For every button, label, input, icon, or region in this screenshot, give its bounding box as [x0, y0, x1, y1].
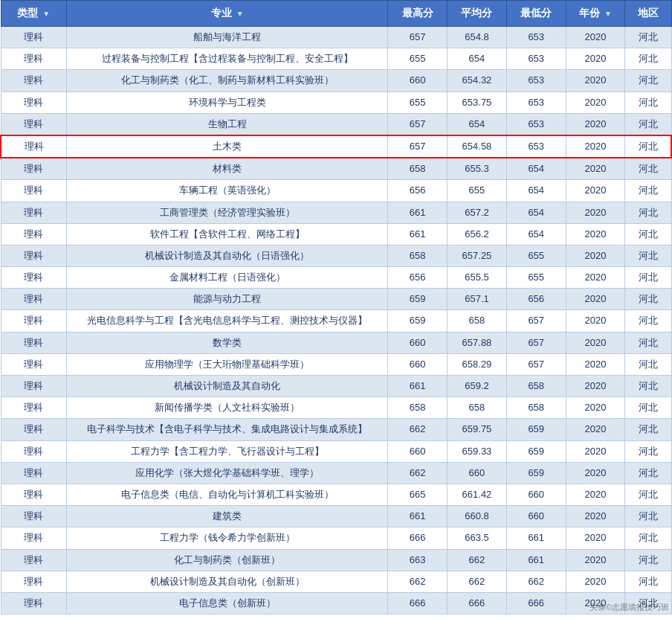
cell-avg: 659.75: [448, 419, 507, 440]
cell-major: 船舶与海洋工程: [67, 27, 388, 48]
cell-region: 河北: [625, 310, 671, 332]
table-row: 理科光电信息科学与工程【含光电信息科学与工程、测控技术与仪器】659658657…: [1, 310, 671, 332]
cell-type: 理科: [1, 419, 67, 440]
cell-min: 657: [506, 353, 566, 375]
cell-type: 理科: [1, 27, 67, 48]
table-row: 理科工程力学（钱令希力学创新班）666663.56612020河北: [1, 527, 671, 549]
header-min-label: 最低分: [520, 7, 552, 19]
cell-max: 663: [388, 549, 448, 571]
header-major-label: 专业: [211, 7, 232, 19]
cell-min: 654: [506, 223, 566, 245]
cell-major: 数学类: [67, 332, 388, 353]
cell-min: 655: [506, 267, 566, 289]
table-row: 理科软件工程【含软件工程、网络工程】661656.26542020河北: [1, 223, 671, 245]
cell-year: 2020: [566, 158, 625, 180]
cell-max: 660: [388, 440, 448, 462]
cell-type: 理科: [1, 267, 67, 289]
cell-max: 661: [388, 223, 448, 245]
table-row: 理科电子信息类（创新班）6666666662020河北: [1, 592, 671, 614]
table-row: 理科车辆工程（英语强化）6566556542020河北: [1, 180, 671, 202]
cell-max: 655: [388, 48, 448, 70]
cell-min: 653: [506, 48, 566, 70]
cell-year: 2020: [566, 289, 625, 310]
cell-min: 657: [506, 310, 566, 332]
cell-avg: 654.32: [448, 70, 507, 91]
cell-region: 河北: [625, 440, 671, 462]
cell-type: 理科: [1, 376, 67, 397]
cell-avg: 657.1: [448, 289, 507, 310]
cell-region: 河北: [625, 506, 671, 527]
cell-type: 理科: [1, 462, 67, 484]
cell-major: 环境科学与工程类: [67, 91, 388, 113]
cell-avg: 657.2: [448, 202, 507, 223]
cell-major: 工程力学【含工程力学、飞行器设计与工程】: [67, 440, 388, 462]
cell-major: 机械设计制造及其自动化（创新班）: [67, 571, 388, 592]
cell-type: 理科: [1, 440, 67, 462]
data-table: 类型 ▼ 专业 ▼ 最高分 平均分 最低分: [0, 0, 672, 614]
table-row: 理科环境科学与工程类655653.756532020河北: [1, 91, 671, 113]
cell-region: 河北: [625, 267, 671, 289]
cell-year: 2020: [566, 484, 625, 505]
cell-type: 理科: [1, 571, 67, 592]
cell-min: 660: [506, 484, 566, 505]
cell-max: 657: [388, 27, 448, 48]
table-row: 理科生物工程6576546532020河北: [1, 113, 671, 135]
cell-year: 2020: [566, 506, 625, 527]
cell-max: 658: [388, 245, 448, 266]
cell-type: 理科: [1, 506, 67, 527]
cell-year: 2020: [566, 571, 625, 592]
cell-avg: 659.2: [448, 376, 507, 397]
filter-icon-type[interactable]: ▼: [42, 10, 50, 18]
cell-type: 理科: [1, 180, 67, 202]
table-row: 理科电子信息类（电信、自动化与计算机工科实验班）665661.426602020…: [1, 484, 671, 505]
cell-avg: 654.58: [448, 135, 507, 158]
cell-type: 理科: [1, 135, 67, 158]
header-avg: 平均分: [448, 1, 507, 27]
table-row: 理科能源与动力工程659657.16562020河北: [1, 289, 671, 310]
cell-min: 653: [506, 27, 566, 48]
table-row: 理科电子科学与技术【含电子科学与技术、集成电路设计与集成系统】662659.75…: [1, 419, 671, 440]
table-row: 理科化工与制药类（创新班）6636626612020河北: [1, 549, 671, 571]
cell-year: 2020: [566, 440, 625, 462]
cell-region: 河北: [625, 376, 671, 397]
cell-min: 662: [506, 571, 566, 592]
filter-icon-year[interactable]: ▼: [604, 10, 612, 18]
cell-year: 2020: [566, 353, 625, 375]
filter-icon-major[interactable]: ▼: [236, 10, 244, 18]
cell-region: 河北: [625, 180, 671, 202]
cell-year: 2020: [566, 27, 625, 48]
cell-type: 理科: [1, 592, 67, 614]
cell-min: 660: [506, 506, 566, 527]
cell-type: 理科: [1, 113, 67, 135]
cell-avg: 655.5: [448, 267, 507, 289]
table-body: 理科船舶与海洋工程657654.86532020河北理科过程装备与控制工程【含过…: [1, 27, 671, 614]
table-header: 类型 ▼ 专业 ▼ 最高分 平均分 最低分: [1, 1, 671, 27]
header-max: 最高分: [388, 1, 448, 27]
header-region-label: 地区: [638, 7, 659, 19]
cell-major: 工商管理类（经济管理实验班）: [67, 202, 388, 223]
cell-avg: 658: [448, 310, 507, 332]
cell-avg: 654: [448, 48, 507, 70]
header-major: 专业 ▼: [67, 1, 388, 27]
table-row: 理科机械设计制造及其自动化661659.26582020河北: [1, 376, 671, 397]
table-row: 理科工程力学【含工程力学、飞行器设计与工程】660659.336592020河北: [1, 440, 671, 462]
cell-avg: 654: [448, 113, 507, 135]
cell-region: 河北: [625, 135, 671, 158]
cell-region: 河北: [625, 223, 671, 245]
header-year-label: 年份: [579, 7, 600, 19]
cell-major: 机械设计制造及其自动化: [67, 376, 388, 397]
cell-major: 光电信息科学与工程【含光电信息科学与工程、测控技术与仪器】: [67, 310, 388, 332]
cell-major: 车辆工程（英语强化）: [67, 180, 388, 202]
cell-major: 化工与制药类（化工、制药与新材料工科实验班）: [67, 70, 388, 91]
table-row: 理科应用物理学（王大珩物理基础科学班）660658.296572020河北: [1, 353, 671, 375]
cell-major: 软件工程【含软件工程、网络工程】: [67, 223, 388, 245]
cell-max: 661: [388, 506, 448, 527]
header-max-label: 最高分: [402, 7, 433, 19]
cell-type: 理科: [1, 158, 67, 180]
table-row: 理科机械设计制造及其自动化（创新班）6626626622020河北: [1, 571, 671, 592]
cell-region: 河北: [625, 48, 671, 70]
header-year: 年份 ▼: [566, 1, 625, 27]
cell-year: 2020: [566, 549, 625, 571]
cell-avg: 655.3: [448, 158, 507, 180]
cell-avg: 658.29: [448, 353, 507, 375]
